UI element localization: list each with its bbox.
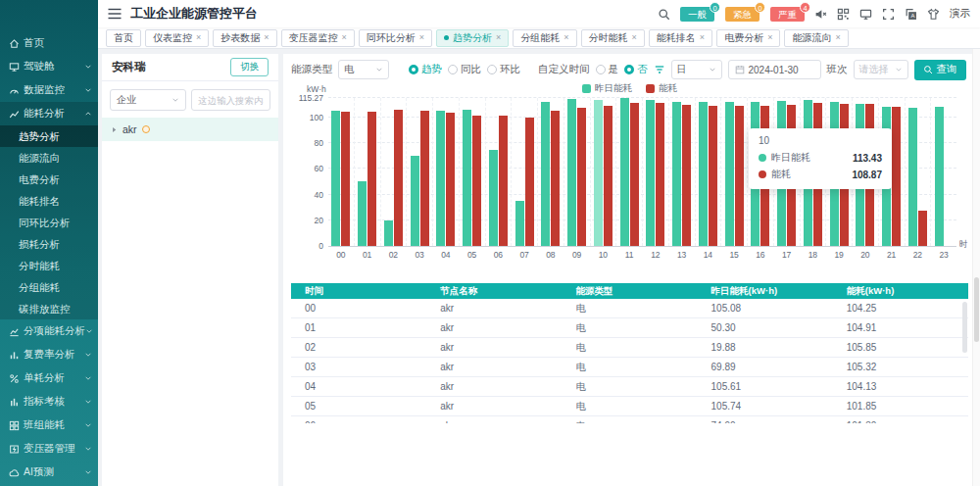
fullscreen-icon[interactable] [882,8,895,21]
bar-group-01[interactable]: 01 [354,98,380,246]
sidebar-item-group-energy[interactable]: 分组能耗 [0,276,98,298]
table-scrollbar[interactable] [962,302,967,353]
bar-group-15[interactable]: 15 [720,98,747,246]
energy-table-container[interactable]: 时间节点名称能源类型昨日能耗(kW·h)能耗(kW·h) 00akr电105.0… [291,283,968,423]
org-type-select[interactable]: 企业 [110,89,186,111]
tree-search-input[interactable] [191,89,270,111]
bar-group-09[interactable]: 09 [564,98,590,246]
close-icon[interactable]: × [342,33,347,42]
sidebar-item-period-comparison[interactable]: 同环比分析 [0,212,98,233]
tab-transformer-monitoring[interactable]: 变压器监控× [281,29,355,47]
table-row[interactable]: 04akr电105.61104.13 [291,377,968,397]
bar-group-02[interactable]: 02 [380,98,407,246]
sidebar-item-energy-flow[interactable]: 能源流向 [0,147,98,169]
sidebar-item-loss-analysis[interactable]: 损耗分析 [0,233,98,255]
bar-group-12[interactable]: 12 [642,98,668,246]
bar-group-07[interactable]: 07 [511,98,537,246]
page-scrollbar-thumb[interactable] [974,277,979,342]
sidebar-item-trend-analysis[interactable]: 趋势分析 [0,125,98,147]
search-icon[interactable] [658,8,670,21]
screen-icon[interactable] [859,8,872,21]
table-row[interactable]: 05akr电105.74101.85 [291,397,968,416]
tab-electricity-cost[interactable]: 电费分析× [716,29,780,47]
table-row[interactable]: 03akr电69.89105.32 [291,358,968,377]
legend-item-yesterday-energy[interactable]: 昨日能耗 [582,82,632,95]
radio-custom-yes[interactable]: 是 [596,63,619,76]
close-icon[interactable]: × [196,33,201,42]
table-row[interactable]: 06akr电74.90101.30 [291,416,968,424]
sidebar-item-energy-ranking[interactable]: 能耗排名 [0,190,98,212]
bar-group-00[interactable]: 00 [328,98,354,246]
close-icon[interactable]: × [767,33,772,42]
radio-yoy[interactable]: 同比 [448,63,481,76]
legend-item-energy[interactable]: 能耗 [646,82,677,95]
sidebar-item-home[interactable]: 首页 [0,31,98,55]
table-row[interactable]: 01akr电50.30104.91 [291,318,968,338]
close-icon[interactable]: × [264,33,269,42]
alarm-button-severe[interactable]: 严重4 [770,7,805,22]
tab-period-comparison[interactable]: 同环比分析× [359,29,432,47]
bar-group-08[interactable]: 08 [537,98,564,246]
query-button[interactable]: 查询 [914,60,966,80]
alarm-button-normal[interactable]: 一般0 [680,7,714,22]
filter-sort-icon[interactable] [654,64,665,75]
sidebar-item-time-energy[interactable]: 分时能耗 [0,255,98,276]
radio-custom-no[interactable]: 否 [624,63,648,76]
bar-group-11[interactable]: 11 [615,98,642,246]
tab-meter-reading[interactable]: 抄表数据× [213,29,276,47]
bar-group-04[interactable]: 04 [432,98,459,246]
close-icon[interactable]: × [700,33,705,42]
tab-trend-analysis[interactable]: 趋势分析× [436,29,509,47]
close-icon[interactable]: × [419,33,424,42]
sidebar-item-data-monitoring[interactable]: 数据监控 [0,78,98,102]
bar-group-14[interactable]: 14 [695,98,721,246]
close-icon[interactable]: × [835,33,840,42]
collapse-menu-icon[interactable] [108,8,122,20]
tab-group-energy[interactable]: 分组能耗× [513,29,576,47]
bar-group-05[interactable]: 05 [459,98,485,246]
sidebar-item-energy-analysis[interactable]: 能耗分析 [0,102,98,125]
tab-energy-flow[interactable]: 能源流向× [784,29,848,47]
translate-icon[interactable]: A [905,8,917,21]
date-picker[interactable]: 2024-01-30 [728,60,821,79]
qr-code-icon[interactable] [837,8,850,21]
bar-group-22[interactable]: 22 [905,98,931,246]
table-row[interactable]: 02akr电19.88105.85 [291,338,968,358]
tab-meter-monitoring[interactable]: 仪表监控× [145,29,209,47]
sidebar-item-carbon-monitoring[interactable]: 碳排放监控 [0,298,98,319]
period-select[interactable]: 日 [671,60,722,79]
close-icon[interactable]: × [496,33,501,42]
table-row[interactable]: 00akr电105.08104.25 [291,299,968,318]
bar-group-10[interactable]: 10 [590,98,616,246]
bar-group-23[interactable]: 23 [930,98,956,246]
sidebar-item-item-energy-analysis[interactable]: 分项能耗分析 [0,319,98,343]
sidebar-item-cockpit[interactable]: 驾驶舱 [0,55,98,78]
energy-type-select[interactable]: 电 [338,60,389,79]
sidebar-item-transformer-mgmt[interactable]: 变压器管理 [0,437,98,461]
page-scrollbar[interactable] [972,49,980,486]
sidebar-item-electricity-cost[interactable]: 电费分析 [0,169,98,190]
bar-group-06[interactable]: 06 [485,98,512,246]
close-icon[interactable]: × [564,33,568,42]
shift-select[interactable]: 请选择 [854,60,908,79]
tab-home[interactable]: 首页 [106,29,141,47]
bar-group-03[interactable]: 03 [406,98,432,246]
tree-node-akr[interactable]: akr [102,118,278,141]
sidebar-item-team-energy[interactable]: 班组能耗 [0,413,98,437]
tab-time-energy[interactable]: 分时能耗× [581,29,645,47]
sidebar-item-unit-consumption[interactable]: 单耗分析 [0,366,98,390]
caret-right-icon[interactable] [111,126,118,133]
switch-button[interactable]: 切换 [230,58,269,76]
tab-energy-ranking[interactable]: 能耗排名× [649,29,712,47]
sidebar-item-ai-forecast[interactable]: AI预测 [0,461,98,484]
alarm-button-urgent[interactable]: 紧急0 [725,7,760,22]
skin-icon[interactable] [927,8,940,21]
radio-trend[interactable]: 趋势 [409,63,442,76]
sidebar-item-kpi-assessment[interactable]: 指标考核 [0,390,98,413]
sidebar-item-tariff-analysis[interactable]: 复费率分析 [0,343,98,366]
radio-mom[interactable]: 环比 [487,63,520,76]
close-icon[interactable]: × [632,33,637,42]
bar-group-13[interactable]: 13 [668,98,695,246]
mute-icon[interactable] [814,8,827,21]
demo-button[interactable]: 演示 [950,7,970,21]
